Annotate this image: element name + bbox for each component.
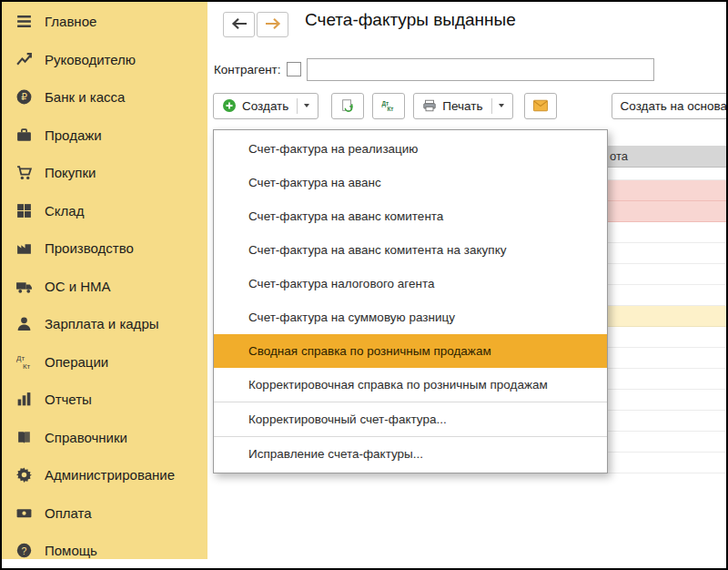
menu-item[interactable]: Корректировочная справка по розничным пр… (214, 368, 607, 402)
menu-item[interactable]: Счет-фактура на аванс (214, 166, 607, 199)
sidebar-item-label: ОС и НМА (45, 279, 111, 294)
sidebar-item-label: Справочники (45, 430, 127, 445)
table-row[interactable] (605, 327, 726, 348)
sidebar-item-label: Операции (45, 354, 108, 370)
svg-text:₽: ₽ (21, 92, 27, 103)
plus-circle-icon (222, 98, 237, 113)
sidebar-item-bank-i-kassa[interactable]: ₽ Банк и касса (2, 78, 207, 117)
cart-icon (15, 164, 33, 181)
sidebar: Главное Руководителю ₽ Банк и касса Прод… (2, 2, 207, 559)
warehouse-icon (15, 202, 33, 219)
bar-chart-icon (15, 391, 33, 408)
table-row[interactable] (605, 222, 726, 243)
table-row[interactable] (605, 411, 726, 432)
contragent-checkbox[interactable] (287, 62, 301, 76)
table-row[interactable] (605, 243, 726, 264)
button-divider (297, 98, 298, 114)
table-row[interactable] (605, 168, 726, 180)
table-row[interactable] (605, 264, 726, 285)
sidebar-item-label: Оплата (45, 505, 92, 521)
sidebar-item-glavnoe[interactable]: Главное (2, 3, 207, 41)
menu-item[interactable]: Счет-фактура на аванс комитента на закуп… (214, 233, 607, 267)
print-button[interactable]: Печать (413, 93, 512, 119)
sidebar-item-pomosch[interactable]: ? Помощь (2, 532, 207, 570)
menu-item[interactable]: Корректировочный счет-фактура... (214, 402, 607, 436)
sidebar-item-pokupki[interactable]: Покупки (2, 154, 207, 192)
svg-text:Кт: Кт (388, 106, 394, 112)
sidebar-item-label: Покупки (45, 165, 96, 180)
sidebar-item-administrirovanie[interactable]: Администрирование (2, 456, 207, 494)
chevron-down-icon (499, 104, 504, 107)
sidebar-item-label: Зарплата и кадры (45, 316, 159, 331)
table-row[interactable] (605, 306, 726, 327)
back-button[interactable] (223, 12, 255, 37)
sidebar-item-otchety[interactable]: Отчеты (2, 381, 207, 419)
show-postings-button[interactable]: ДтКт (372, 93, 405, 119)
table-row[interactable] (605, 348, 726, 369)
sidebar-item-label: Руководителю (45, 52, 136, 67)
copy-document-icon (340, 98, 355, 113)
button-divider (491, 98, 492, 114)
sidebar-item-label: Администрирование (45, 467, 175, 483)
toolbar: Создать ДтКт Печать (213, 92, 728, 119)
truck-icon (15, 278, 33, 295)
bank-icon: ₽ (15, 88, 33, 106)
create-based-on-label: Создать на основан (621, 99, 728, 113)
gear-icon (15, 466, 33, 483)
sidebar-item-operatsii[interactable]: ДтКт Операции (2, 343, 207, 382)
sidebar-item-oplata[interactable]: Оплата (2, 494, 207, 533)
menu-item[interactable]: Счет-фактура на суммовую разницу (214, 300, 607, 334)
menu-item[interactable]: Счет-фактура на реализацию (214, 132, 607, 166)
create-dropdown-menu: Счет-фактура на реализацию Счет-фактура … (213, 129, 608, 473)
create-button[interactable]: Создать (213, 93, 318, 119)
sidebar-item-sklad[interactable]: Склад (2, 192, 207, 230)
page-title: Счета-фактуры выданные (305, 10, 516, 30)
sidebar-item-rukovoditelyu[interactable]: Руководителю (2, 41, 207, 79)
menu-item[interactable]: Исправление счета-фактуры... (214, 436, 607, 471)
create-button-label: Создать (242, 99, 288, 113)
copy-document-button[interactable] (331, 93, 364, 119)
sidebar-item-label: Помощь (45, 543, 97, 558)
printer-icon (422, 98, 437, 113)
send-email-button[interactable] (524, 93, 557, 119)
table-row[interactable] (605, 390, 726, 411)
table-row[interactable] (605, 180, 726, 201)
create-based-on-button[interactable]: Создать на основан (612, 93, 728, 119)
person-icon (15, 315, 33, 332)
sidebar-item-label: Продажи (45, 127, 102, 143)
sidebar-item-label: Склад (45, 203, 84, 219)
table-row[interactable] (605, 285, 726, 306)
sidebar-item-label: Банк и касса (45, 89, 125, 105)
contragent-label: Контрагент: (214, 63, 281, 76)
menu-item-highlighted[interactable]: Сводная справка по розничным продажам (214, 334, 607, 368)
table-row[interactable] (605, 201, 726, 222)
sidebar-item-spravochniki[interactable]: Справочники (2, 419, 207, 457)
sidebar-item-os-i-nma[interactable]: ОС и НМА (2, 268, 207, 306)
table-header[interactable]: ота (605, 146, 726, 168)
sidebar-item-prodazhi[interactable]: Продажи (2, 117, 207, 155)
main-content: Счета-фактуры выданные Контрагент: Созда… (207, 2, 726, 568)
table-rows (605, 168, 726, 473)
app-window: Главное Руководителю ₽ Банк и касса Прод… (0, 0, 728, 570)
dtkt-icon: ДтКт (381, 98, 396, 113)
svg-text:?: ? (22, 545, 27, 556)
contragent-input[interactable] (307, 58, 654, 81)
briefcase-icon (15, 127, 33, 144)
back-arrow-icon (230, 16, 248, 34)
sidebar-item-zarplata-i-kadry[interactable]: Зарплата и кадры (2, 305, 207, 343)
forward-button[interactable] (257, 12, 288, 37)
dtkt-icon: ДтКт (15, 353, 33, 371)
menu-item[interactable]: Счет-фактура налогового агента (214, 267, 607, 300)
envelope-icon (533, 98, 548, 113)
menu-item[interactable]: Счет-фактура на аванс комитента (214, 199, 607, 233)
table-row[interactable] (605, 369, 726, 390)
book-icon (15, 429, 33, 446)
trend-icon (15, 51, 33, 68)
table-row[interactable] (605, 453, 726, 473)
wallet-icon (15, 504, 33, 522)
table-row[interactable] (605, 432, 726, 453)
sidebar-item-proizvodstvo[interactable]: Производство (2, 229, 207, 268)
svg-text:Кт: Кт (23, 362, 31, 371)
print-button-label: Печать (442, 99, 482, 113)
menu-icon (15, 13, 33, 30)
